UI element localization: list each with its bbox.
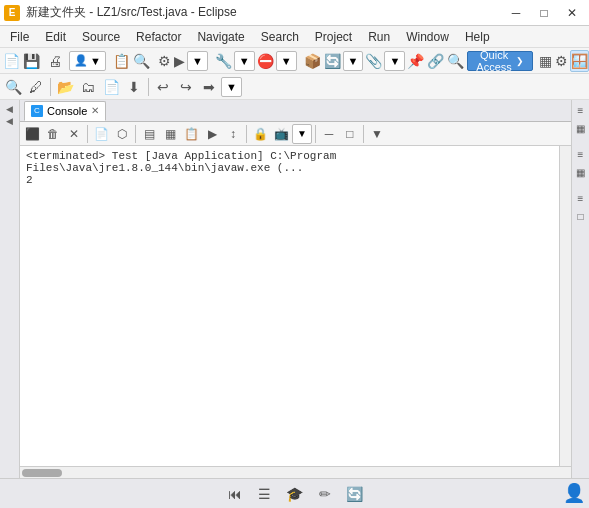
rs-icon-2[interactable]: ▦ — [573, 120, 589, 136]
quick-access-label: Quick Access — [476, 49, 511, 73]
ctb-btn-11[interactable]: 🔒 — [250, 124, 270, 144]
toolbar-btn-13[interactable]: 🔗 — [426, 50, 445, 72]
menu-edit[interactable]: Edit — [37, 26, 74, 48]
quick-access-arrow: ❯ — [516, 56, 524, 66]
ctb-btn-4[interactable]: 📄 — [91, 124, 111, 144]
menu-run[interactable]: Run — [360, 26, 398, 48]
rs-icon-1[interactable]: ≡ — [573, 102, 589, 118]
console-tab-icon: C — [31, 105, 43, 117]
new-btn[interactable]: 📄 — [2, 50, 21, 72]
gutter-icon-1[interactable]: ◀ — [6, 104, 13, 114]
ctb-btn-7[interactable]: ▦ — [160, 124, 180, 144]
tb2-btn-7[interactable]: ↩ — [152, 76, 174, 98]
toolbar-btn-11[interactable]: 📎 — [364, 50, 383, 72]
toolbar-btn-2[interactable]: 💾 — [22, 50, 41, 72]
rs-icon-5[interactable]: ≡ — [573, 190, 589, 206]
toolbar-dropdown-6[interactable]: ▼ — [384, 51, 405, 71]
ctb-btn-13[interactable]: ─ — [319, 124, 339, 144]
tb2-btn-4[interactable]: 🗂 — [77, 76, 99, 98]
window-title: 新建文件夹 - LZ1/src/Test.java - Eclipse — [26, 4, 503, 21]
tb2-btn-5[interactable]: 📄 — [100, 76, 122, 98]
toolbar-btn-10[interactable]: 🔄 — [323, 50, 342, 72]
ctb-btn-12[interactable]: 📺 — [271, 124, 291, 144]
menu-navigate[interactable]: Navigate — [189, 26, 252, 48]
tb2-dropdown-1[interactable]: ▼ — [221, 77, 242, 97]
toolbar-btn-7[interactable]: 🔧 — [214, 50, 233, 72]
bottom-icon-4[interactable]: ✏ — [314, 483, 336, 505]
bottom-icon-2[interactable]: ☰ — [254, 483, 276, 505]
ctb-btn-8[interactable]: 📋 — [181, 124, 201, 144]
toolbar-btn-12[interactable]: 📌 — [406, 50, 425, 72]
tb2-btn-1[interactable]: 🔍 — [2, 76, 24, 98]
ctb-btn-max[interactable]: □ — [340, 124, 360, 144]
ctb-btn-14[interactable]: ▼ — [367, 124, 387, 144]
menu-source[interactable]: Source — [74, 26, 128, 48]
menu-file[interactable]: File — [2, 26, 37, 48]
toolbar-btn-4[interactable]: 📋 — [112, 50, 131, 72]
tb2-btn-6[interactable]: ⬇ — [123, 76, 145, 98]
tb2-btn-9[interactable]: ➡ — [198, 76, 220, 98]
console-toolbar: ⬛ 🗑 ✕ 📄 ⬡ ▤ ▦ 📋 ▶ ↕ 🔒 📺 ▼ ─ □ ▼ — [20, 122, 571, 146]
toolbar-btn-6[interactable]: ⚙ — [157, 50, 172, 72]
ctb-btn-x[interactable]: ✕ — [64, 124, 84, 144]
maximize-button[interactable]: □ — [531, 2, 557, 24]
content-panel: C Console ✕ ⬛ 🗑 ✕ 📄 ⬡ ▤ ▦ 📋 ▶ ↕ 🔒 📺 ▼ — [20, 100, 571, 478]
bottom-icon-5[interactable]: 🔄 — [344, 483, 366, 505]
menu-refactor[interactable]: Refactor — [128, 26, 189, 48]
rs-icon-6[interactable]: □ — [573, 208, 589, 224]
ctb-btn-6[interactable]: ▤ — [139, 124, 159, 144]
console-output-line: 2 — [26, 174, 557, 186]
ctb-sep-3 — [246, 125, 247, 143]
console-tab-bar: C Console ✕ — [20, 100, 571, 122]
tb2-sep-1 — [50, 78, 51, 96]
toolbar-dropdown-5[interactable]: ▼ — [343, 51, 364, 71]
toolbar-btn-8[interactable]: ⛔ — [256, 50, 275, 72]
menu-window[interactable]: Window — [398, 26, 457, 48]
ctb-btn-stop: ⬛ — [22, 124, 42, 144]
rs-icon-4[interactable]: ▦ — [573, 164, 589, 180]
ctb-btn-9[interactable]: ▶ — [202, 124, 222, 144]
horizontal-scrollbar[interactable] — [20, 466, 571, 478]
run-btn[interactable]: ▶ — [173, 50, 186, 72]
left-gutter: ◀ ◀ — [0, 100, 20, 478]
menu-help[interactable]: Help — [457, 26, 498, 48]
quick-access-button[interactable]: Quick Access ❯ — [467, 51, 532, 71]
status-icon[interactable]: 👤 — [563, 482, 585, 504]
rs-icon-3[interactable]: ≡ — [573, 146, 589, 162]
ctb-btn-5[interactable]: ⬡ — [112, 124, 132, 144]
toolbar-btn-9[interactable]: 📦 — [303, 50, 322, 72]
perspective-btn-3[interactable]: 🪟 — [570, 50, 589, 72]
toolbar-dropdown-3[interactable]: ▼ — [234, 51, 255, 71]
bottom-icon-3[interactable]: 🎓 — [284, 483, 306, 505]
console-output: <terminated> Test [Java Application] C:\… — [20, 146, 571, 466]
minimize-button[interactable]: ─ — [503, 2, 529, 24]
main-toolbar: 📄 💾 🖨 👤▼ 📋 🔍 ⚙ ▶ ▼ 🔧 ▼ ⛔ ▼ 📦 🔄 ▼ 📎 ▼ 📌 🔗… — [0, 48, 589, 74]
bottom-icon-1[interactable]: ⏮ — [224, 483, 246, 505]
toolbar-dropdown-4[interactable]: ▼ — [276, 51, 297, 71]
tb2-btn-8[interactable]: ↪ — [175, 76, 197, 98]
menu-bar: File Edit Source Refactor Navigate Searc… — [0, 26, 589, 48]
toolbar-btn-14[interactable]: 🔍 — [446, 50, 465, 72]
console-terminated-text: <terminated> Test [Java Application] C:\… — [26, 150, 557, 174]
console-tab[interactable]: C Console ✕ — [24, 101, 106, 121]
vertical-scrollbar[interactable] — [559, 146, 571, 466]
menu-project[interactable]: Project — [307, 26, 360, 48]
toolbar-btn-3[interactable]: 🖨 — [47, 50, 63, 72]
perspective-btn-2[interactable]: ⚙ — [554, 50, 569, 72]
perspective-btn-1[interactable]: ▦ — [538, 50, 553, 72]
tb2-btn-2[interactable]: 🖊 — [25, 76, 47, 98]
close-button[interactable]: ✕ — [559, 2, 585, 24]
scrollbar-thumb-h[interactable] — [22, 469, 62, 477]
toolbar-dropdown-1[interactable]: 👤▼ — [69, 51, 106, 71]
ctb-dropdown-1[interactable]: ▼ — [292, 124, 312, 144]
console-tab-close[interactable]: ✕ — [91, 105, 99, 116]
title-bar: E 新建文件夹 - LZ1/src/Test.java - Eclipse ─ … — [0, 0, 589, 26]
gutter-icon-2[interactable]: ◀ — [6, 116, 13, 126]
app-icon: E — [4, 5, 20, 21]
ctb-btn-10[interactable]: ↕ — [223, 124, 243, 144]
tb2-btn-3[interactable]: 📂 — [54, 76, 76, 98]
menu-search[interactable]: Search — [253, 26, 307, 48]
toolbar-btn-5[interactable]: 🔍 — [132, 50, 151, 72]
toolbar-dropdown-2[interactable]: ▼ — [187, 51, 208, 71]
ctb-btn-clear[interactable]: 🗑 — [43, 124, 63, 144]
